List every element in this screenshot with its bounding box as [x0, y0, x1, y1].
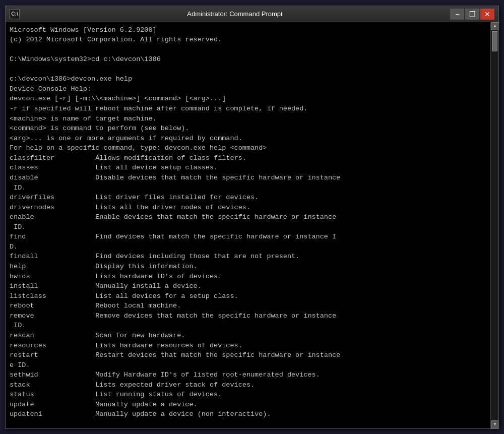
scroll-up-button[interactable]: ▲ — [491, 22, 498, 30]
cmd-window: C:\ Administrator: Command Prompt − ❐ ✕ … — [5, 6, 499, 429]
console-output[interactable]: Microsoft Windows [Version 6.2.9200] (c)… — [6, 22, 490, 428]
minimize-button[interactable]: − — [450, 9, 464, 20]
scrollbar-track[interactable] — [491, 30, 498, 420]
window-icon: C:\ — [10, 9, 20, 19]
scrollbar-thumb[interactable] — [492, 31, 497, 51]
window-title: Administrator: Command Prompt — [20, 10, 450, 18]
title-bar: C:\ Administrator: Command Prompt − ❐ ✕ — [6, 6, 498, 22]
close-button[interactable]: ✕ — [480, 9, 494, 20]
window-controls: − ❐ ✕ — [450, 9, 494, 20]
console-body: Microsoft Windows [Version 6.2.9200] (c)… — [6, 22, 498, 428]
restore-button[interactable]: ❐ — [465, 9, 479, 20]
scroll-down-button[interactable]: ▼ — [491, 420, 498, 428]
scrollbar[interactable]: ▲ ▼ — [490, 22, 498, 428]
